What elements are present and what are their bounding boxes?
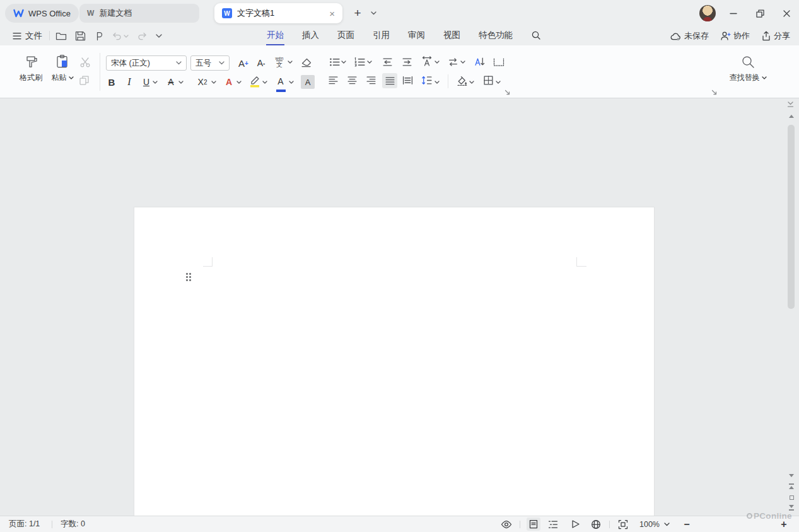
find-replace-button[interactable]: 查找替换 xyxy=(725,53,771,83)
tab-list-chevron-icon[interactable] xyxy=(369,9,378,18)
undo-button[interactable] xyxy=(112,32,129,41)
fullscreen-play-button[interactable] xyxy=(568,516,582,532)
tab-review[interactable]: 审阅 xyxy=(407,26,426,45)
save-button[interactable] xyxy=(75,31,86,41)
ribbon-search-button[interactable] xyxy=(530,26,542,45)
collaborate-button[interactable]: 协作 xyxy=(720,30,750,42)
text-direction-chevron[interactable] xyxy=(434,61,440,64)
char-shading-button[interactable]: A xyxy=(301,75,315,89)
tab-page[interactable]: 页面 xyxy=(337,26,355,45)
zoom-out-button[interactable]: − xyxy=(681,516,692,532)
browse-object-icon[interactable] xyxy=(790,495,794,500)
page-view-button[interactable] xyxy=(527,518,540,531)
superscript-chevron[interactable] xyxy=(211,81,216,84)
border-button[interactable] xyxy=(483,75,494,86)
text-direction-button[interactable] xyxy=(421,55,433,67)
close-tab-icon[interactable]: × xyxy=(329,9,335,18)
word-count[interactable]: 字数: 0 xyxy=(61,516,85,532)
shading-button[interactable] xyxy=(457,75,468,86)
close-window-button[interactable] xyxy=(778,6,795,20)
line-spacing-chevron[interactable] xyxy=(434,81,440,84)
shading-chevron[interactable] xyxy=(469,81,474,84)
drag-handle-icon[interactable] xyxy=(186,273,192,282)
next-page-icon[interactable] xyxy=(789,505,794,511)
quickbar-more-button[interactable] xyxy=(156,34,162,38)
text-effect-chevron[interactable] xyxy=(236,81,242,84)
align-right-button[interactable] xyxy=(366,75,376,86)
scroll-up-icon[interactable] xyxy=(789,115,794,118)
bullet-list-chevron[interactable] xyxy=(341,61,346,64)
decrease-indent-button[interactable] xyxy=(382,57,393,67)
border-chevron[interactable] xyxy=(496,81,501,84)
paste-button[interactable]: 粘贴 xyxy=(48,53,77,83)
minimize-button[interactable] xyxy=(725,6,742,20)
export-pdf-button[interactable] xyxy=(94,31,103,41)
new-tab-button[interactable]: + xyxy=(351,6,365,20)
web-view-button[interactable] xyxy=(589,516,603,532)
open-file-button[interactable] xyxy=(55,31,67,41)
increase-font-size-button[interactable]: A+ xyxy=(235,55,252,71)
numbered-list-chevron[interactable] xyxy=(367,61,372,64)
scroll-down-icon[interactable] xyxy=(789,474,794,477)
prev-page-icon[interactable] xyxy=(789,483,794,489)
align-center-button[interactable] xyxy=(347,75,358,86)
text-effect-button[interactable]: A xyxy=(222,74,236,90)
tab-special-features[interactable]: 特色功能 xyxy=(478,26,513,45)
sort-button[interactable] xyxy=(474,56,486,67)
numbered-list-button[interactable] xyxy=(354,57,365,67)
ribbon-collapse-icon[interactable] xyxy=(787,101,794,107)
zoom-level-chevron[interactable] xyxy=(662,516,671,532)
font-name-select[interactable]: 宋体 (正文) xyxy=(106,55,187,71)
paragraph-layout-button[interactable] xyxy=(493,57,504,67)
restore-button[interactable] xyxy=(752,6,768,20)
outline-view-button[interactable] xyxy=(546,516,560,532)
pinyin-chevron[interactable] xyxy=(288,61,293,64)
highlight-button[interactable] xyxy=(248,75,261,88)
zoom-level-value[interactable]: 100% xyxy=(639,516,660,532)
text-convert-chevron[interactable] xyxy=(460,61,465,64)
clear-format-button[interactable] xyxy=(300,56,313,68)
underline-chevron[interactable] xyxy=(153,81,158,84)
share-button[interactable]: 分享 xyxy=(761,30,790,42)
user-avatar[interactable] xyxy=(699,5,716,21)
font-color-button[interactable]: A xyxy=(275,74,286,89)
strikethrough-chevron[interactable] xyxy=(178,81,184,84)
decrease-font-size-button[interactable]: A- xyxy=(253,55,269,71)
copy-button[interactable] xyxy=(78,74,90,86)
vertical-scrollbar-thumb[interactable] xyxy=(788,125,795,309)
italic-button[interactable]: I xyxy=(122,74,136,90)
eye-protect-button[interactable] xyxy=(499,516,513,532)
bold-button[interactable]: B xyxy=(105,74,119,90)
paragraph-dialog-launcher[interactable] xyxy=(504,90,510,95)
line-spacing-button[interactable] xyxy=(421,75,432,86)
pinyin-guide-button[interactable]: wén 文 xyxy=(272,54,287,69)
cut-button[interactable] xyxy=(79,57,91,68)
tab-new-document[interactable]: W 新建文档 xyxy=(79,4,199,23)
text-convert-button[interactable] xyxy=(448,57,458,67)
superscript-button[interactable]: X2 xyxy=(194,74,211,90)
distribute-button[interactable] xyxy=(402,75,413,86)
save-status[interactable]: 未保存 xyxy=(670,30,709,42)
font-size-select[interactable]: 五号 xyxy=(190,55,230,71)
tab-document-active[interactable]: W 文字文稿1 × xyxy=(214,3,342,23)
underline-button[interactable]: U xyxy=(140,74,153,90)
page-indicator[interactable]: 页面: 1/1 xyxy=(9,516,40,532)
styles-dialog-launcher[interactable] xyxy=(711,90,717,95)
bullet-list-button[interactable] xyxy=(329,57,340,67)
tab-insert[interactable]: 插入 xyxy=(301,26,320,45)
format-painter-button[interactable]: 格式刷 xyxy=(16,53,45,83)
increase-indent-button[interactable] xyxy=(402,57,412,67)
font-color-chevron[interactable] xyxy=(289,81,294,84)
app-menu-button[interactable]: WPS Office xyxy=(5,4,79,23)
document-page[interactable] xyxy=(134,207,654,532)
fit-window-button[interactable] xyxy=(616,516,630,532)
tab-references[interactable]: 引用 xyxy=(372,26,390,45)
tab-home[interactable]: 开始 xyxy=(266,26,284,45)
file-menu-button[interactable]: 文件 xyxy=(13,26,42,45)
highlight-chevron[interactable] xyxy=(262,81,267,84)
align-left-button[interactable] xyxy=(328,75,339,86)
redo-button[interactable] xyxy=(137,32,148,41)
justify-button[interactable] xyxy=(382,73,397,88)
strikethrough-button[interactable]: A xyxy=(164,74,178,90)
tab-view[interactable]: 视图 xyxy=(443,26,461,45)
